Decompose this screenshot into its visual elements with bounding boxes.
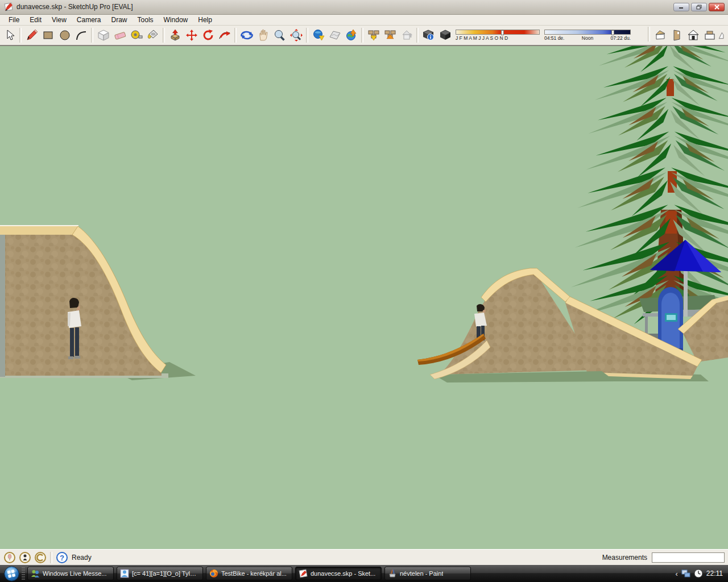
help-icon[interactable]: ? — [56, 551, 68, 564]
make-component-button[interactable] — [95, 27, 111, 44]
close-button[interactable] — [709, 3, 725, 11]
move-tool-button[interactable] — [183, 27, 200, 44]
top-view-icon — [671, 29, 683, 41]
time-start-label: 04:51 de. — [544, 35, 564, 41]
claim-c-icon[interactable] — [34, 551, 47, 564]
viewport-3d-scene[interactable] — [0, 46, 728, 549]
taskbar-button-messenger[interactable]: Windows Live Messe... — [27, 567, 114, 580]
place-model-button[interactable] — [343, 27, 359, 44]
clock-icon[interactable] — [694, 569, 703, 578]
menu-file[interactable]: File — [3, 15, 24, 24]
follow-me-button[interactable] — [216, 27, 233, 44]
iso-view-icon — [654, 29, 667, 41]
view-top-button[interactable] — [668, 27, 685, 44]
follow-me-icon — [218, 29, 231, 41]
title-bar: dunavecse.skp - SketchUp Pro [EVAL] — [0, 0, 728, 15]
zoom-extents-icon — [290, 29, 303, 41]
tape-measure-button[interactable] — [128, 27, 144, 44]
front-view-icon — [687, 29, 700, 41]
menu-window[interactable]: Window — [159, 15, 193, 24]
restore-button[interactable] — [691, 3, 707, 11]
minimize-button[interactable] — [673, 3, 689, 11]
eraser-tool-button[interactable] — [111, 27, 128, 44]
rectangle-tool-button[interactable] — [40, 27, 56, 44]
restore-icon — [696, 5, 702, 10]
modeling-viewport[interactable] — [0, 45, 728, 549]
view-right-button[interactable] — [701, 27, 718, 44]
date-slider-thumb[interactable] — [501, 30, 504, 35]
measurements-input[interactable] — [652, 552, 725, 563]
measurements-label: Measurements — [602, 554, 647, 562]
paint-bucket-icon — [147, 29, 159, 41]
select-arrow-icon — [3, 29, 16, 41]
taskbar-button-paint[interactable]: névtelen - Paint — [384, 567, 471, 580]
taskbar-button-firefox[interactable]: TestBike - kerékpár al... — [206, 567, 292, 580]
shadow-settings-button[interactable] — [420, 27, 437, 44]
menu-draw[interactable]: Draw — [106, 15, 133, 24]
time-slider-bar[interactable] — [544, 30, 631, 35]
taskbar-button-messenger-chat[interactable]: [c= 41][a=1][O_o] Tyler... — [117, 567, 203, 580]
share-models-button[interactable] — [382, 27, 398, 44]
taskbar-grip — [22, 567, 25, 580]
get-current-view-button[interactable] — [310, 27, 326, 44]
credit-person-icon[interactable] — [19, 551, 31, 564]
menu-view[interactable]: View — [47, 15, 72, 24]
view-iso-button[interactable] — [652, 27, 668, 44]
move-arrows-icon — [185, 29, 198, 41]
select-tool-button[interactable] — [1, 27, 18, 44]
share-component-icon — [400, 29, 413, 41]
zoom-icon — [274, 29, 286, 41]
menu-edit[interactable]: Edit — [24, 15, 47, 24]
orbit-icon — [241, 29, 253, 41]
shadow-settings-icon — [423, 29, 435, 41]
tray-chevron-icon[interactable]: ‹ — [676, 569, 678, 578]
push-pull-button[interactable] — [167, 27, 183, 44]
tray-clock-time[interactable]: 22:11 — [706, 569, 723, 577]
warehouse-upload-icon — [384, 29, 396, 41]
zoom-tool-button[interactable] — [271, 27, 288, 44]
sketchup-window: dunavecse.skp - SketchUp Pro [EVAL] File… — [0, 0, 728, 582]
window-title: dunavecse.skp - SketchUp Pro [EVAL] — [16, 3, 673, 11]
shadow-date-slider[interactable]: J F M A M J J A S O N D — [456, 30, 540, 41]
arc-icon — [75, 29, 88, 41]
toggle-terrain-button[interactable] — [326, 27, 343, 44]
date-slider-bar[interactable] — [456, 30, 540, 35]
geolocation-icon[interactable] — [3, 551, 16, 564]
shadow-time-slider[interactable]: 04:51 de. Noon 07:22 du. — [544, 30, 631, 41]
system-tray: ‹ 22:11 — [676, 569, 726, 578]
share-component-button[interactable] — [398, 27, 415, 44]
get-models-button[interactable] — [365, 27, 382, 44]
pan-tool-button[interactable] — [255, 27, 271, 44]
view-front-button[interactable] — [685, 27, 701, 44]
right-view-icon — [704, 29, 716, 41]
menu-camera[interactable]: Camera — [72, 15, 106, 24]
firefox-icon — [209, 569, 218, 578]
time-end-label: 07:22 du. — [611, 35, 631, 41]
back-view-icon — [718, 29, 726, 41]
menu-help[interactable]: Help — [193, 15, 217, 24]
warehouse-download-icon — [367, 29, 380, 41]
orbit-tool-button[interactable] — [238, 27, 255, 44]
circle-tool-button[interactable] — [56, 27, 73, 44]
close-icon — [714, 5, 719, 10]
taskbar-button-sketchup[interactable]: dunavecse.skp - Sket... — [295, 567, 382, 580]
svg-text:?: ? — [60, 553, 64, 562]
zoom-extents-button[interactable] — [288, 27, 304, 44]
rotate-tool-button[interactable] — [200, 27, 216, 44]
shadow-toggle-button[interactable] — [437, 27, 453, 44]
paint-bucket-button[interactable] — [144, 27, 161, 44]
rectangle-icon — [42, 29, 55, 41]
start-button[interactable] — [4, 566, 19, 581]
status-message: Ready — [72, 554, 92, 562]
paint-icon — [388, 569, 397, 578]
google-earth-upload-icon — [345, 29, 358, 41]
circle-icon — [59, 29, 71, 41]
view-back-button[interactable] — [718, 27, 727, 44]
menu-tools[interactable]: Tools — [133, 15, 159, 24]
network-icon[interactable] — [681, 569, 690, 578]
arc-tool-button[interactable] — [73, 27, 89, 44]
line-tool-button[interactable] — [23, 27, 40, 44]
canopy-pole — [684, 270, 688, 317]
shadow-toggle-icon — [439, 29, 452, 41]
time-slider-thumb[interactable] — [611, 30, 614, 35]
